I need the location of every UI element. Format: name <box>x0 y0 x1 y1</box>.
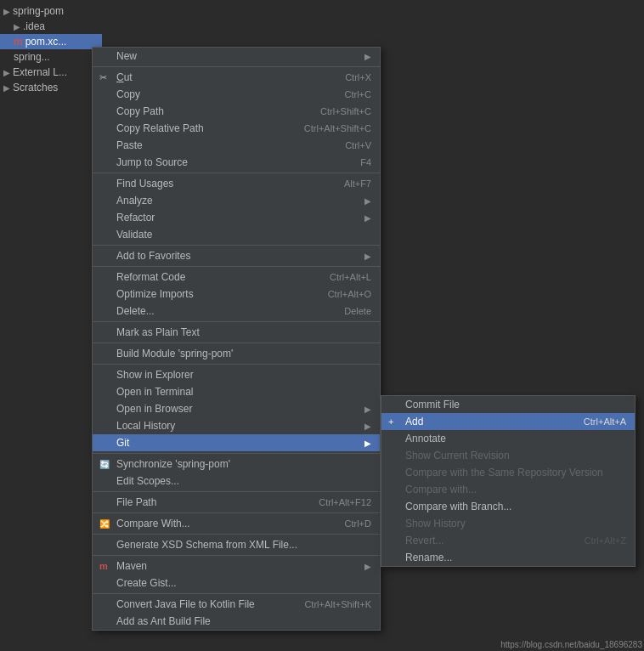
menu-label: Show Current Revision <box>405 450 510 461</box>
maven-icon: m <box>99 561 108 571</box>
expand-arrow: ▶ <box>14 22 20 31</box>
menu-label: Git <box>116 437 129 449</box>
shortcut-label: Ctrl+Alt+L <box>313 272 371 282</box>
tree-label: External L... <box>13 66 67 78</box>
menu-item-git[interactable]: Git ▶ <box>93 434 380 451</box>
separator <box>93 491 380 492</box>
git-menu-item-commit-file[interactable]: Commit File <box>381 396 635 413</box>
menu-item-synchronize[interactable]: 🔄 Synchronize 'spring-pom' <box>93 456 380 473</box>
shortcut-label: Ctrl+V <box>328 140 371 150</box>
menu-label: Add to Favorites <box>116 250 190 262</box>
menu-item-jump-to-source[interactable]: Jump to Source F4 <box>93 154 380 171</box>
menu-item-add-to-favorites[interactable]: Add to Favorites ▶ <box>93 247 380 264</box>
separator <box>93 512 380 513</box>
shortcut-label: Delete <box>327 306 371 316</box>
menu-label: Optimize Imports <box>116 288 194 300</box>
menu-item-validate[interactable]: Validate <box>93 226 380 243</box>
tree-label: Scratches <box>13 82 58 93</box>
shortcut-label: F4 <box>343 157 371 167</box>
menu-label: Compare with... <box>405 484 477 495</box>
submenu-arrow-icon: ▶ <box>356 439 371 448</box>
git-menu-item-compare-with-branch[interactable]: Compare with Branch... <box>381 498 635 515</box>
shortcut-label: Ctrl+D <box>328 518 371 529</box>
menu-label: C <box>116 71 124 83</box>
shortcut-label: Ctrl+Shift+C <box>303 106 371 116</box>
menu-item-copy-relative-path[interactable]: Copy Relative Path Ctrl+Alt+Shift+C <box>93 120 380 137</box>
menu-item-maven[interactable]: m Maven ▶ <box>93 558 380 575</box>
menu-label: Refactor <box>116 212 155 224</box>
sync-icon: 🔄 <box>99 460 110 469</box>
git-submenu: Commit File + Add Ctrl+Alt+A Annotate Sh… <box>381 395 636 567</box>
menu-label: Analyze <box>116 195 153 207</box>
menu-item-find-usages[interactable]: Find Usages Alt+F7 <box>93 175 380 192</box>
menu-item-cut[interactable]: ✂ Cut Ctrl+X <box>93 69 380 86</box>
menu-label: Convert Java File to Kotlin File <box>116 598 255 610</box>
menu-item-copy-path[interactable]: Copy Path Ctrl+Shift+C <box>93 103 380 120</box>
menu-item-add-ant[interactable]: Add as Ant Build File <box>93 613 380 630</box>
menu-label: Revert... <box>405 535 443 546</box>
menu-label: Show in Explorer <box>116 369 194 381</box>
menu-item-analyze[interactable]: Analyze ▶ <box>93 192 380 209</box>
separator <box>93 593 380 594</box>
menu-label: Delete... <box>116 305 155 317</box>
tree-item-scratches[interactable]: ▶ Scratches <box>0 80 102 95</box>
menu-label: Reformat Code <box>116 271 185 283</box>
menu-label: Mark as Plain Text <box>116 326 200 338</box>
tree-item-pom[interactable]: m pom.xc... <box>0 34 102 49</box>
tree-item-idea[interactable]: ▶ .idea <box>0 19 102 34</box>
menu-label: Find Usages <box>116 178 173 190</box>
menu-item-create-gist[interactable]: Create Gist... <box>93 575 380 592</box>
menu-label: Generate XSD Schema from XML File... <box>116 539 297 551</box>
expand-arrow: ▶ <box>3 7 10 16</box>
menu-label: Annotate <box>405 433 446 444</box>
shortcut-label: Ctrl+X <box>328 72 371 82</box>
menu-label: Build Module 'spring-pom' <box>116 348 233 359</box>
shortcut-label: Ctrl+Alt+O <box>311 289 371 299</box>
submenu-arrow-icon: ▶ <box>356 52 371 61</box>
menu-item-file-path[interactable]: File Path Ctrl+Alt+F12 <box>93 494 380 511</box>
menu-item-copy[interactable]: Copy Ctrl+C <box>93 86 380 103</box>
menu-label: Copy <box>116 88 140 100</box>
git-menu-item-show-current-revision: Show Current Revision <box>381 447 635 464</box>
menu-label: Rename... <box>405 552 452 563</box>
submenu-arrow-icon: ▶ <box>356 422 371 431</box>
menu-label: Compare with Branch... <box>405 501 511 512</box>
menu-item-paste[interactable]: Paste Ctrl+V <box>93 137 380 154</box>
add-prefix-icon: + <box>388 416 393 427</box>
separator <box>93 321 380 322</box>
menu-item-optimize-imports[interactable]: Optimize Imports Ctrl+Alt+O <box>93 286 380 303</box>
cut-icon: ✂ <box>99 72 107 83</box>
menu-label: Compare With... <box>116 518 190 529</box>
menu-label: Commit File <box>405 399 460 410</box>
separator <box>93 453 380 454</box>
git-menu-item-compare-same-repo: Compare with the Same Repository Version <box>381 464 635 481</box>
submenu-arrow-icon: ▶ <box>356 405 371 414</box>
menu-item-open-in-browser[interactable]: Open in Browser ▶ <box>93 400 380 417</box>
menu-label: New <box>116 50 137 62</box>
menu-item-convert-kotlin[interactable]: Convert Java File to Kotlin File Ctrl+Al… <box>93 596 380 613</box>
menu-item-delete[interactable]: Delete... Delete <box>93 303 380 320</box>
git-menu-item-annotate[interactable]: Annotate <box>381 430 635 447</box>
file-icon: m <box>14 36 23 48</box>
menu-item-open-in-terminal[interactable]: Open in Terminal <box>93 383 380 400</box>
menu-item-show-in-explorer[interactable]: Show in Explorer <box>93 366 380 383</box>
menu-item-reformat-code[interactable]: Reformat Code Ctrl+Alt+L <box>93 269 380 286</box>
menu-item-edit-scopes[interactable]: Edit Scopes... <box>93 473 380 490</box>
tree-item-external[interactable]: ▶ External L... <box>0 65 102 80</box>
menu-item-mark-plain-text[interactable]: Mark as Plain Text <box>93 324 380 341</box>
menu-item-compare-with[interactable]: 🔀 Compare With... Ctrl+D <box>93 515 380 532</box>
tree-item-spring[interactable]: spring... <box>0 49 102 65</box>
menu-item-refactor[interactable]: Refactor ▶ <box>93 209 380 226</box>
shortcut-label: Ctrl+C <box>328 89 371 99</box>
git-menu-item-rename[interactable]: Rename... <box>381 549 635 566</box>
tree-item-spring-pom[interactable]: ▶ spring-pom <box>0 3 102 19</box>
menu-item-new[interactable]: New ▶ <box>93 48 380 65</box>
menu-item-build-module[interactable]: Build Module 'spring-pom' <box>93 345 380 362</box>
git-menu-item-add[interactable]: + Add Ctrl+Alt+A <box>381 413 635 430</box>
menu-item-local-history[interactable]: Local History ▶ <box>93 417 380 434</box>
menu-label: Validate <box>116 229 152 241</box>
menu-label: Add as Ant Build File <box>116 615 211 627</box>
menu-label: Jump to Source <box>116 156 188 168</box>
separator <box>93 66 380 67</box>
menu-item-generate-xsd[interactable]: Generate XSD Schema from XML File... <box>93 536 380 553</box>
